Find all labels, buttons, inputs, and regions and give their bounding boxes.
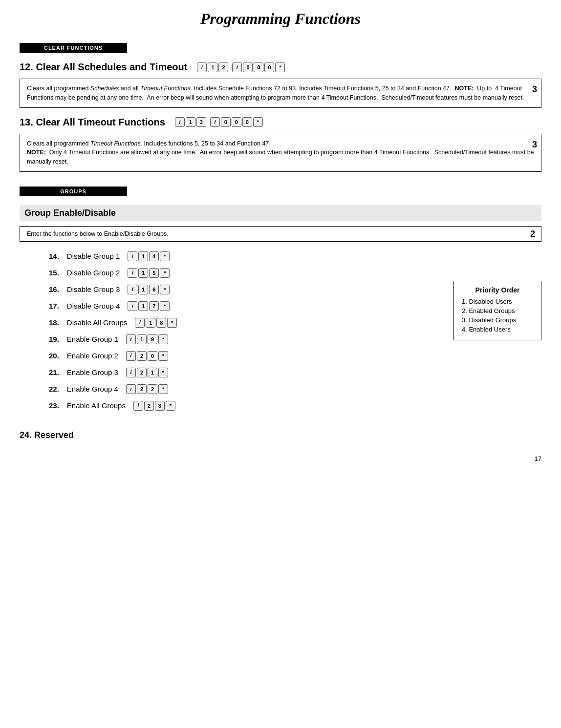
fn-name-22: Enable Group 4 <box>67 385 118 393</box>
key-2-20: 2 <box>137 351 147 361</box>
fn-num-14: 14. <box>49 252 59 260</box>
function-12-note: 3 Clears all programmed Schedules and al… <box>20 79 541 108</box>
key-0a: 0 <box>243 62 253 72</box>
group-step-num: 2 <box>530 229 535 239</box>
key-i-23: i <box>133 401 143 411</box>
key-star-17: * <box>160 301 170 311</box>
fn-name-21: Enable Group 3 <box>67 368 118 376</box>
fn-num-21: 21. <box>49 368 59 376</box>
function-row-20: 20. Enable Group 2 i 2 0 * <box>49 351 541 361</box>
key-1-16: 1 <box>138 285 148 294</box>
function-12-key-seq-2: i 0 0 0 * <box>232 62 285 72</box>
function-row-23: 23. Enable All Groups i 2 3 * <box>49 401 541 411</box>
key-i-21: i <box>126 368 136 377</box>
key-i-19: i <box>126 334 136 344</box>
fn-name-19: Enable Group 1 <box>67 335 118 343</box>
key-star: * <box>275 62 285 72</box>
functions-list: Priority Order 1. Disabled Users 2. Enab… <box>20 251 541 411</box>
fn-num-18: 18. <box>49 318 59 327</box>
key-star-18: * <box>167 318 177 328</box>
function-13-label: 13. Clear All Timeout Functions <box>20 117 165 128</box>
fn-keys-15: i 1 5 * <box>128 268 170 278</box>
fn-keys-23: i 2 3 * <box>133 401 175 411</box>
key-1-17: 1 <box>138 301 148 311</box>
enter-box-text: Enter the functions below to Enable/Disa… <box>27 230 169 237</box>
key-i-3: i <box>175 117 185 127</box>
priority-item-4: 4. Enabled Users <box>462 326 533 333</box>
fn-name-20: Enable Group 2 <box>67 352 118 360</box>
key-2-21: 2 <box>137 368 147 377</box>
fn-num-16: 16. <box>49 285 59 293</box>
priority-order-title: Priority Order <box>462 286 533 294</box>
key-0-20: 0 <box>148 351 157 361</box>
key-0f: 0 <box>242 117 252 127</box>
group-enable-disable-title: Group Enable/Disable <box>20 205 541 221</box>
page-number: 17 <box>20 455 541 462</box>
priority-item-3: 3. Disabled Groups <box>462 316 533 324</box>
fn-keys-17: i 1 7 * <box>128 301 170 311</box>
function-24-reserved: 24. Reserved <box>20 430 541 440</box>
function-row-22: 22. Enable Group 4 i 2 2 * <box>49 384 541 394</box>
function-12-label: 12. Clear All Schedules and Timeout <box>20 62 187 73</box>
key-1-19: 1 <box>137 334 147 344</box>
key-1-18: 1 <box>146 318 155 328</box>
enter-box: Enter the functions below to Enable/Disa… <box>20 226 541 242</box>
key-2: 2 <box>218 62 228 72</box>
key-0b: 0 <box>254 62 263 72</box>
function-13-note: 3 Clears all programmed Timeout Function… <box>20 134 541 172</box>
function-13-title: 13. Clear All Timeout Functions i 1 3 i … <box>20 117 541 128</box>
key-i-15: i <box>128 268 137 278</box>
key-i-4: i <box>210 117 220 127</box>
function-12-key-seq-1: i 1 2 <box>197 62 228 72</box>
key-1: 1 <box>208 62 217 72</box>
key-2-22: 2 <box>137 384 147 394</box>
key-0d: 0 <box>221 117 231 127</box>
key-star-15: * <box>160 268 170 278</box>
function-row-21: 21. Enable Group 3 i 2 1 * <box>49 368 541 377</box>
fn-keys-16: i 1 6 * <box>128 285 170 294</box>
key-i-22: i <box>126 384 136 394</box>
key-i-14: i <box>128 251 137 261</box>
function-12-title: 12. Clear All Schedules and Timeout i 1 … <box>20 62 541 73</box>
fn-keys-19: i 1 9 * <box>126 334 168 344</box>
key-i: i <box>197 62 207 72</box>
key-0c: 0 <box>264 62 274 72</box>
priority-item-2: 2. Enabled Groups <box>462 307 533 314</box>
function-13-keys: i 1 3 i 0 0 0 * <box>175 117 263 127</box>
key-1-14: 1 <box>138 251 148 261</box>
key-3: 3 <box>196 117 206 127</box>
key-2-22b: 2 <box>148 384 157 394</box>
function-13-note-line1: Clears all programmed Timeout Functions.… <box>27 139 534 166</box>
key-1-15: 1 <box>138 268 148 278</box>
fn-name-17: Disable Group 4 <box>67 302 120 310</box>
fn-name-23: Enable All Groups <box>67 401 126 410</box>
fn-num-15: 15. <box>49 269 59 277</box>
function-12-keys: i 1 2 i 0 0 0 * <box>197 62 285 72</box>
key-2-23: 2 <box>144 401 154 411</box>
key-1-3: 1 <box>186 117 195 127</box>
key-star-19: * <box>158 334 168 344</box>
fn-name-16: Disable Group 3 <box>67 285 120 293</box>
key-i-18: i <box>135 318 145 328</box>
function-12-step: 3 <box>532 83 537 96</box>
fn-name-15: Disable Group 2 <box>67 269 120 277</box>
function-13-step: 3 <box>532 138 537 151</box>
clear-functions-header: CLEAR FUNCTIONS <box>20 43 127 53</box>
key-3-23: 3 <box>155 401 165 411</box>
key-6-16: 6 <box>149 285 159 294</box>
key-star-14: * <box>160 251 170 261</box>
key-star-23: * <box>166 401 175 411</box>
function-13-key-seq-2: i 0 0 0 * <box>210 117 263 127</box>
key-7-17: 7 <box>149 301 159 311</box>
function-row-14: 14. Disable Group 1 i 1 4 * <box>49 251 541 261</box>
fn-name-14: Disable Group 1 <box>67 252 120 260</box>
key-star-21: * <box>158 368 168 377</box>
key-9-19: 9 <box>148 334 157 344</box>
fn-name-18: Disable All Groups <box>67 318 127 327</box>
key-star-20: * <box>158 351 168 361</box>
priority-item-1: 1. Disabled Users <box>462 298 533 305</box>
key-1-21: 1 <box>148 368 157 377</box>
fn-num-22: 22. <box>49 385 59 393</box>
fn-num-23: 23. <box>49 401 59 410</box>
fn-num-17: 17. <box>49 302 59 310</box>
